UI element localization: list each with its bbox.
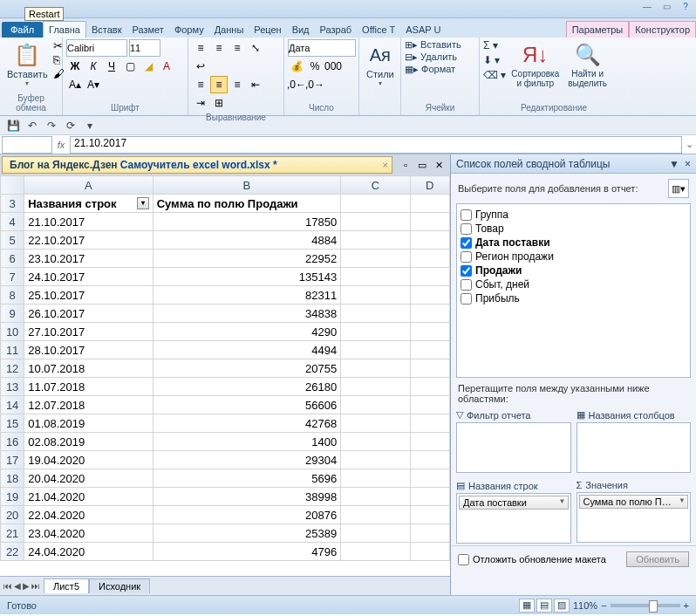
cell[interactable]: 02.08.2019 — [24, 433, 153, 451]
field-checkbox[interactable] — [461, 251, 472, 263]
row-header[interactable]: 16 — [1, 433, 24, 451]
cell[interactable]: 56606 — [153, 396, 341, 414]
cell[interactable] — [410, 323, 449, 341]
sheet-nav-next-icon[interactable]: ▶ — [23, 581, 30, 591]
cell[interactable] — [410, 469, 449, 488]
cell[interactable] — [341, 286, 410, 305]
cell[interactable] — [410, 488, 449, 506]
cell[interactable] — [341, 359, 410, 378]
row-header[interactable]: 19 — [1, 488, 24, 506]
fill-button[interactable]: ⬇ ▾ — [483, 54, 506, 66]
window-close-icon[interactable]: ✕ — [431, 157, 447, 173]
cell[interactable] — [410, 250, 449, 268]
cells-insert-button[interactable]: ⊞▸ Вставить — [405, 39, 461, 51]
view-normal-icon[interactable]: ▦ — [519, 599, 535, 613]
window-min-icon[interactable]: ▫ — [398, 157, 413, 173]
row-header[interactable]: 5 — [1, 231, 24, 250]
field-item[interactable]: Сбыт, дней — [459, 277, 688, 291]
cell[interactable]: 22952 — [153, 250, 341, 268]
align-middle-button[interactable]: ≡ — [210, 39, 228, 57]
increase-indent-button[interactable]: ⇥ — [192, 94, 209, 112]
row-header[interactable]: 21 — [1, 524, 24, 543]
cell[interactable]: 21.10.2017 — [24, 213, 153, 231]
cells-format-button[interactable]: ▦▸ Формат — [405, 64, 455, 75]
view-break-icon[interactable]: ▨ — [554, 599, 570, 613]
tab-review[interactable]: Рецен — [249, 22, 286, 38]
styles-button[interactable]: Ая Стили ▾ — [363, 39, 398, 89]
paste-button[interactable]: 📋 Вставить ▾ — [3, 39, 51, 89]
row-header[interactable]: 9 — [1, 305, 24, 323]
filter-dropdown-icon[interactable]: ▾ — [137, 197, 149, 209]
zoom-level-label[interactable]: 110% — [573, 600, 597, 611]
cell[interactable] — [341, 250, 410, 268]
cell[interactable]: 21.04.2020 — [24, 488, 153, 506]
align-right-button[interactable]: ≡ — [229, 76, 246, 93]
row-header[interactable]: 17 — [1, 451, 24, 469]
cell[interactable]: 24.04.2020 — [24, 543, 153, 561]
cell[interactable]: 5696 — [153, 469, 341, 488]
values-drop-zone[interactable]: Сумма по полю П… — [577, 492, 692, 543]
cell[interactable]: 4884 — [153, 231, 341, 250]
font-color-button[interactable]: A — [158, 58, 175, 75]
align-center-button[interactable]: ≡ — [210, 76, 228, 93]
cell[interactable]: 4290 — [153, 323, 341, 341]
row-header[interactable]: 4 — [1, 213, 24, 231]
cell[interactable] — [341, 305, 410, 323]
cell[interactable]: 34838 — [153, 305, 341, 323]
field-checkbox[interactable] — [461, 209, 472, 221]
cell[interactable] — [341, 378, 410, 396]
tab-pivot-options[interactable]: Параметры — [566, 21, 630, 38]
cell[interactable]: 28.10.2017 — [24, 341, 153, 359]
align-left-button[interactable]: ≡ — [192, 76, 209, 93]
qat-more-icon[interactable]: ▾ — [82, 118, 98, 133]
view-layout-icon[interactable]: ▤ — [536, 599, 552, 613]
cell[interactable] — [341, 524, 410, 543]
cell[interactable] — [410, 341, 449, 359]
decrease-indent-button[interactable]: ⇤ — [247, 76, 264, 93]
workbook-close-icon[interactable]: × — [383, 160, 388, 170]
field-item[interactable]: Группа — [459, 208, 688, 222]
align-top-button[interactable]: ≡ — [192, 39, 209, 57]
orientation-button[interactable]: ⤡ — [247, 39, 264, 57]
cell[interactable] — [341, 506, 410, 524]
cell[interactable] — [341, 341, 410, 359]
name-box[interactable] — [2, 136, 52, 154]
tab-data[interactable]: Данны — [209, 22, 249, 38]
cell[interactable] — [410, 451, 449, 469]
zoom-slider[interactable] — [611, 604, 680, 607]
currency-button[interactable]: 💰 — [288, 58, 305, 75]
row-header[interactable]: 18 — [1, 469, 24, 488]
row-field-chip[interactable]: Дата поставки — [459, 496, 569, 510]
cell[interactable]: 26180 — [153, 378, 341, 396]
cell[interactable]: 19.04.2020 — [24, 451, 153, 469]
cell[interactable]: 20755 — [153, 359, 341, 378]
cell[interactable] — [341, 231, 410, 250]
pivot-values-label-cell[interactable]: Сумма по полю Продажи — [153, 195, 341, 213]
col-header-b[interactable]: B — [153, 176, 341, 195]
cell[interactable]: 4796 — [153, 543, 341, 561]
find-select-button[interactable]: 🔍 Найти и выделить — [564, 39, 611, 90]
qat-save-icon[interactable]: 💾 — [5, 118, 21, 133]
field-item[interactable]: Товар — [459, 222, 688, 236]
col-header-d[interactable]: D — [410, 176, 449, 195]
field-item[interactable]: Продажи — [459, 264, 688, 277]
autosum-button[interactable]: Σ ▾ — [483, 39, 506, 51]
field-checkbox[interactable] — [461, 279, 472, 291]
cell[interactable]: 25389 — [153, 524, 341, 543]
row-header[interactable]: 8 — [1, 286, 24, 305]
decrease-decimal-button[interactable]: ,0→ — [306, 76, 324, 93]
bold-button[interactable]: Ж — [66, 58, 84, 75]
row-header[interactable]: 13 — [1, 378, 24, 396]
cell[interactable]: 10.07.2018 — [24, 359, 153, 378]
cell[interactable] — [410, 414, 449, 433]
defer-update-checkbox[interactable]: Отложить обновление макета — [458, 554, 606, 565]
row-header[interactable]: 14 — [1, 396, 24, 414]
cell[interactable]: 20.04.2020 — [24, 469, 153, 488]
update-button[interactable]: Обновить — [626, 551, 689, 567]
cell[interactable]: 11.07.2018 — [24, 378, 153, 396]
cell[interactable]: 20876 — [153, 506, 341, 524]
row-header[interactable]: 20 — [1, 506, 24, 524]
cell[interactable]: 17850 — [153, 213, 341, 231]
tab-formulas[interactable]: Форму — [169, 22, 209, 38]
sheet-nav-prev-icon[interactable]: ◀ — [14, 581, 21, 591]
